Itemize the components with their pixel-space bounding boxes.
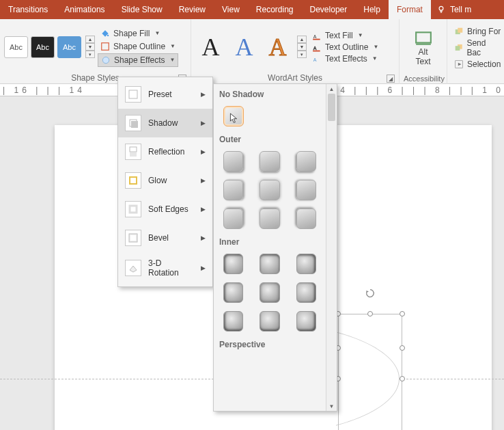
shape-style-preset-2[interactable]: Abc bbox=[31, 36, 55, 58]
shadow-option-inner[interactable] bbox=[223, 282, 243, 303]
shadow-option-outer[interactable] bbox=[260, 180, 279, 200]
shadow-option-inner[interactable] bbox=[296, 282, 316, 303]
effects-menu-reflection[interactable]: Reflection ▶ bbox=[118, 137, 212, 166]
shape-style-gallery-spinner[interactable]: ▲ ▼ ▾ bbox=[85, 36, 95, 58]
shadow-option-outer[interactable] bbox=[260, 209, 279, 229]
selection-pane-button[interactable]: Selection bbox=[451, 59, 503, 70]
svg-rect-2 bbox=[102, 42, 109, 50]
shadow-option-outer[interactable] bbox=[223, 209, 243, 229]
shadow-option-inner[interactable] bbox=[223, 254, 243, 274]
shape-outline-button[interactable]: Shape Outline▼ bbox=[98, 40, 178, 53]
wordart-gallery-spinner[interactable]: ▲ ▼ ▾ bbox=[297, 36, 307, 58]
tab-review[interactable]: Review bbox=[171, 0, 214, 19]
shape-fill-button[interactable]: Shape Fill▼ bbox=[98, 27, 178, 40]
tab-recording[interactable]: Recording bbox=[248, 0, 302, 19]
bevel-icon bbox=[125, 230, 141, 246]
dialog-launcher-icon[interactable]: ◢ bbox=[387, 75, 395, 83]
shape-effects-menu: Preset ▶ Shadow ▶ Reflection ▶ Glow ▶ So… bbox=[117, 77, 213, 287]
selection-outline bbox=[338, 314, 402, 430]
effects-menu-glow[interactable]: Glow ▶ bbox=[118, 166, 212, 195]
wordart-preset-1[interactable]: A bbox=[195, 28, 226, 66]
chevron-up-icon[interactable]: ▲ bbox=[85, 36, 95, 43]
effects-menu-3d-rotation[interactable]: 3-D Rotation ▶ bbox=[118, 252, 212, 284]
tab-developer[interactable]: Developer bbox=[302, 0, 356, 19]
wordart-preset-3[interactable]: A bbox=[262, 28, 293, 66]
svg-rect-13 bbox=[456, 46, 460, 51]
tab-view[interactable]: View bbox=[214, 0, 248, 19]
effects-menu-preset[interactable]: Preset ▶ bbox=[118, 80, 212, 109]
effects-menu-bevel[interactable]: Bevel ▶ bbox=[118, 224, 212, 252]
shadow-option-outer[interactable] bbox=[296, 209, 316, 229]
resize-handle[interactable] bbox=[400, 376, 405, 381]
text-outline-button[interactable]: A Text Outline▼ bbox=[309, 42, 381, 53]
shadow-option-inner[interactable] bbox=[296, 311, 316, 332]
shadow-section-outer: Outer bbox=[218, 131, 322, 147]
shadow-option-outer[interactable] bbox=[223, 180, 243, 200]
chevron-down-icon[interactable]: ▼ bbox=[297, 43, 307, 51]
tab-animations[interactable]: Animations bbox=[56, 0, 113, 19]
scroll-down-icon[interactable]: ▼ bbox=[326, 401, 337, 411]
effects-menu-shadow[interactable]: Shadow ▶ bbox=[118, 109, 212, 137]
text-outline-icon: A bbox=[312, 42, 322, 52]
scrollbar[interactable]: ▲ ▼ bbox=[326, 84, 337, 411]
gallery-expand-icon[interactable]: ▾ bbox=[85, 51, 95, 58]
text-effects-icon: A bbox=[312, 54, 322, 64]
alt-text-button[interactable]: Alt Text bbox=[410, 29, 437, 66]
svg-rect-5 bbox=[313, 38, 320, 40]
resize-handle[interactable] bbox=[400, 311, 405, 317]
svg-rect-11 bbox=[458, 27, 462, 32]
reflection-icon bbox=[125, 144, 141, 160]
shadow-option-outer[interactable] bbox=[296, 180, 316, 200]
shape-effects-button[interactable]: Shape Effects▼ bbox=[98, 53, 178, 67]
group-accessibility: Alt Text Accessibility bbox=[400, 19, 447, 84]
paint-bucket-icon bbox=[100, 29, 110, 38]
svg-rect-19 bbox=[130, 152, 137, 157]
chevron-down-icon[interactable]: ▼ bbox=[85, 43, 95, 51]
chevron-right-icon: ▶ bbox=[201, 120, 206, 126]
bring-forward-button[interactable]: Bring For bbox=[451, 26, 503, 37]
effects-icon bbox=[101, 55, 111, 65]
tab-help[interactable]: Help bbox=[355, 0, 389, 19]
svg-text:A: A bbox=[313, 45, 317, 50]
shadow-option-inner[interactable] bbox=[260, 311, 279, 332]
shadow-option-outer[interactable] bbox=[223, 151, 243, 172]
chevron-right-icon: ▶ bbox=[201, 234, 206, 241]
shadow-option-inner[interactable] bbox=[296, 254, 316, 274]
tab-transitions[interactable]: Transitions bbox=[0, 0, 56, 19]
shadow-option-none[interactable] bbox=[223, 106, 244, 126]
resize-handle[interactable] bbox=[367, 311, 373, 317]
chevron-right-icon: ▶ bbox=[201, 148, 206, 155]
svg-point-0 bbox=[439, 6, 443, 10]
shadow-gallery-panel: No Shadow Outer Inner bbox=[213, 83, 337, 412]
text-fill-button[interactable]: A Text Fill▼ bbox=[309, 30, 381, 41]
scrollbar-thumb[interactable] bbox=[328, 94, 335, 121]
rotate-handle-icon[interactable] bbox=[365, 288, 376, 299]
resize-handle[interactable] bbox=[400, 345, 405, 351]
tab-slide-show[interactable]: Slide Show bbox=[113, 0, 171, 19]
send-backward-button[interactable]: Send Bac bbox=[451, 38, 503, 58]
scroll-up-icon[interactable]: ▲ bbox=[326, 84, 337, 94]
chevron-up-icon[interactable]: ▲ bbox=[297, 36, 307, 43]
shape-style-preset-1[interactable]: Abc bbox=[4, 36, 28, 58]
chevron-right-icon: ▶ bbox=[201, 177, 206, 184]
chevron-right-icon: ▶ bbox=[201, 206, 206, 213]
ribbon: Abc Abc Abc ▲ ▼ ▾ Shape Fill▼ Shape Outl… bbox=[0, 19, 504, 84]
shadow-option-inner[interactable] bbox=[260, 282, 279, 303]
selected-shape[interactable] bbox=[338, 314, 402, 430]
shadow-option-inner[interactable] bbox=[260, 254, 279, 274]
gallery-expand-icon[interactable]: ▾ bbox=[297, 51, 307, 58]
shadow-option-inner[interactable] bbox=[223, 311, 243, 332]
chevron-right-icon: ▶ bbox=[201, 91, 206, 98]
group-label-wordart-styles: WordArt Styles ◢ bbox=[195, 73, 395, 84]
tell-me-search[interactable]: Tell m bbox=[431, 5, 477, 14]
preset-icon bbox=[125, 86, 141, 103]
shadow-option-outer[interactable] bbox=[260, 151, 279, 172]
tab-format[interactable]: Format bbox=[389, 0, 431, 19]
text-effects-button[interactable]: A Text Effects▼ bbox=[309, 53, 381, 64]
svg-text:A: A bbox=[313, 33, 317, 38]
glow-icon bbox=[125, 172, 141, 189]
wordart-preset-2[interactable]: A bbox=[229, 28, 260, 66]
shape-style-preset-3[interactable]: Abc bbox=[57, 36, 81, 58]
shadow-option-outer[interactable] bbox=[296, 151, 316, 172]
effects-menu-soft-edges[interactable]: Soft Edges ▶ bbox=[118, 195, 212, 224]
